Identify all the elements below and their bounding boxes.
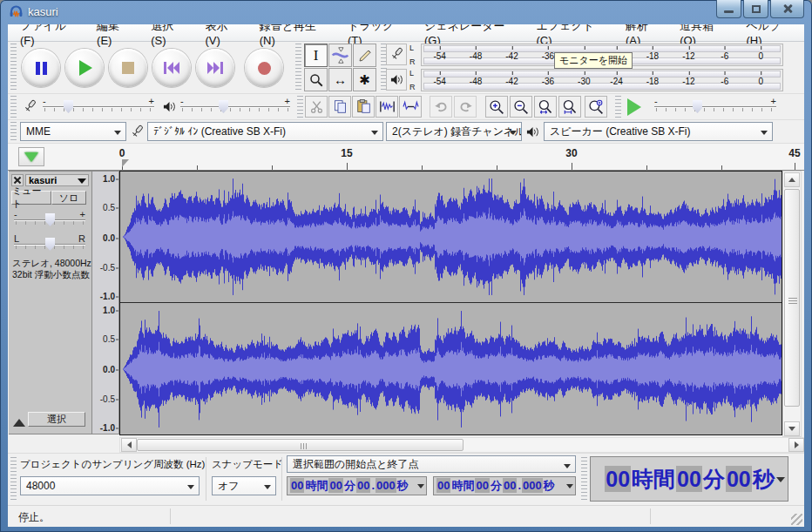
horizontal-scroll-thumb[interactable] [137, 439, 464, 451]
redo-button[interactable] [454, 96, 477, 118]
scroll-left-button[interactable] [121, 438, 137, 452]
maximize-icon [752, 5, 761, 13]
snap-mode-select[interactable]: オフ [212, 476, 276, 495]
timefield-arrow-icon[interactable] [776, 477, 785, 482]
menu-effect[interactable]: エフェクト(C) [528, 24, 617, 42]
record-meter-button[interactable] [386, 44, 407, 65]
timefield-arrow-icon[interactable] [417, 484, 424, 488]
audio-position-value[interactable]: 00時間00分00秒 [604, 465, 774, 494]
play-button[interactable] [65, 49, 104, 87]
envelope-tool-button[interactable] [328, 44, 352, 67]
copy-button[interactable] [328, 96, 351, 118]
playback-speed-slider[interactable]: - + [654, 97, 776, 118]
playhead-cursor[interactable] [122, 159, 129, 167]
maximize-button[interactable] [743, 0, 768, 18]
transport-toolbar-grip[interactable] [10, 44, 17, 92]
audio-position-display[interactable]: 00時間00分00秒 [590, 456, 788, 502]
audio-host-select[interactable]: MME [20, 122, 126, 141]
vertical-scroll-thumb[interactable] [784, 189, 800, 407]
fit-selection-button[interactable] [534, 96, 557, 118]
device-toolbar-grip[interactable] [10, 122, 17, 142]
zoom-toggle-button[interactable] [585, 96, 607, 118]
output-volume-slider[interactable]: - + [180, 97, 290, 118]
cut-button[interactable] [305, 96, 328, 118]
close-button[interactable] [770, 0, 804, 18]
minimize-button[interactable] [716, 0, 741, 18]
project-rate-select[interactable]: 48000 [20, 476, 200, 495]
selection-range-mode-select[interactable]: 選択範囲の開始点と終了点 [287, 455, 576, 473]
waveform-channel-left[interactable] [120, 172, 782, 302]
trim-outside-selection-button[interactable] [376, 96, 398, 118]
menu-help[interactable]: ヘルプ(H) [737, 24, 804, 42]
selection-end-field[interactable]: 00時間00分00.000秒 [433, 476, 576, 495]
stop-button[interactable] [109, 49, 147, 87]
pause-button[interactable] [22, 49, 60, 87]
menu-generate[interactable]: ジェネレーター(G) [416, 24, 527, 42]
selection-end-value[interactable]: 00時間00分00.000秒 [436, 478, 555, 494]
skip-to-end-button[interactable] [196, 49, 234, 87]
menu-tracks[interactable]: トラック(T) [339, 24, 416, 42]
play-at-speed-toolbar-grip[interactable] [615, 96, 621, 118]
timeline-ruler[interactable]: 0 15 30 45 [8, 144, 804, 171]
playback-meter-button[interactable] [386, 69, 407, 91]
menu-edit[interactable]: 編集(E) [88, 24, 142, 42]
multi-tool-button[interactable]: ✱ [353, 68, 376, 91]
vertical-ruler[interactable]: 1.0 0.5 0.0 -0.5 -1.0 1.0 0.5 0.0 -0.5 -… [92, 171, 119, 434]
playback-device-select[interactable]: スピーカー (Creative SB X-Fi) [544, 122, 773, 141]
timeshift-tool-button[interactable]: ↔ [328, 68, 352, 91]
draw-tool-button[interactable] [353, 44, 376, 67]
track-gain-slider[interactable]: - + [14, 210, 85, 231]
record-meter-icon [390, 47, 403, 62]
menu-tools[interactable]: 道具箱(O) [671, 24, 737, 42]
audacity-logo-icon [9, 4, 24, 19]
minimize-icon [724, 10, 734, 13]
undo-button[interactable] [430, 96, 452, 118]
horizontal-scrollbar[interactable] [8, 437, 804, 453]
scroll-down-icon [788, 427, 795, 431]
mute-button[interactable]: ミュート [11, 191, 51, 205]
skip-to-start-button[interactable] [152, 49, 191, 87]
playback-meter-body[interactable]: -54 -48 -42 -36 -30 -24 -18 -12 -6 0 [421, 69, 783, 91]
playback-meter[interactable]: LR -54 -48 -42 -36 -30 -24 -18 -12 -6 0 [386, 68, 783, 92]
menu-view[interactable]: 表示(V) [197, 24, 251, 42]
menu-file[interactable]: ファイル(F) [11, 24, 88, 42]
scroll-down-button[interactable] [784, 421, 800, 436]
zoom-out-button[interactable] [510, 96, 532, 118]
time-toolbar-grip[interactable] [581, 457, 587, 501]
mixer-toolbar-grip[interactable] [10, 96, 17, 118]
record-button[interactable] [245, 49, 283, 87]
quick-play-button[interactable] [18, 147, 44, 166]
resize-grip[interactable] [791, 514, 802, 525]
tools-toolbar-grip[interactable] [295, 44, 301, 92]
horizontal-scroll-track[interactable] [119, 437, 804, 453]
fit-project-button[interactable] [558, 96, 581, 118]
waveform-display[interactable] [119, 171, 782, 435]
vertical-scrollbar[interactable] [782, 171, 802, 437]
menu-select[interactable]: 選択(S) [142, 24, 196, 42]
timefield-arrow-icon[interactable] [566, 484, 573, 488]
menu-transport[interactable]: 録音と再生(N) [251, 24, 339, 42]
recording-channels-select[interactable]: 2(ステレオ) 録音チャンネル [386, 122, 522, 141]
meter-tick-label: -18 [646, 77, 659, 86]
paste-button[interactable] [352, 96, 375, 118]
edit-toolbar-grip[interactable] [297, 96, 303, 118]
scroll-up-button[interactable] [784, 172, 800, 187]
collapse-track-button[interactable] [13, 419, 25, 427]
input-volume-slider[interactable]: - + [43, 97, 154, 118]
scroll-right-button[interactable] [788, 438, 804, 452]
solo-button[interactable]: ソロ [51, 191, 86, 205]
recording-device-select[interactable]: ﾃﾞｼﾞﾀﾙ ｲﾝ (Creative SB X-Fi) [147, 122, 383, 141]
play-at-speed-button[interactable] [623, 96, 646, 118]
selection-toolbar-grip[interactable] [10, 457, 17, 501]
silence-selection-button[interactable] [399, 96, 422, 118]
zoom-tool-button[interactable] [304, 68, 328, 91]
recording-device-value: ﾃﾞｼﾞﾀﾙ ｲﾝ (Creative SB X-Fi) [153, 125, 286, 138]
selection-start-field[interactable]: 00時間00分00.000秒 [287, 476, 427, 495]
selection-start-value[interactable]: 00時間00分00.000秒 [289, 478, 409, 494]
track-select-button[interactable]: 選択 [28, 412, 85, 427]
selection-tool-button[interactable]: I [304, 44, 328, 67]
menu-analyze[interactable]: 解析(A) [617, 24, 671, 42]
track-pan-slider[interactable]: L R [14, 234, 85, 255]
waveform-channel-right[interactable] [120, 304, 782, 434]
zoom-in-button[interactable] [485, 96, 508, 118]
